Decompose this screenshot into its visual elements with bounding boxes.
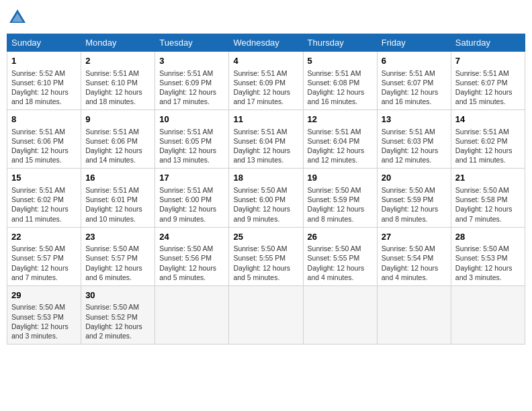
- day-info: Sunrise: 5:51 AMSunset: 6:03 PMDaylight:…: [382, 128, 439, 165]
- day-number: 6: [382, 55, 447, 67]
- calendar-week-row: 8 Sunrise: 5:51 AMSunset: 6:06 PMDayligh…: [7, 110, 525, 169]
- weekday-header: Sunday: [7, 34, 81, 52]
- calendar-cell: 24 Sunrise: 5:50 AMSunset: 5:56 PMDaylig…: [155, 227, 229, 285]
- calendar-cell: [303, 285, 377, 344]
- calendar-week-row: 22 Sunrise: 5:50 AMSunset: 5:57 PMDaylig…: [7, 227, 525, 285]
- calendar-cell: 8 Sunrise: 5:51 AMSunset: 6:06 PMDayligh…: [7, 110, 81, 169]
- day-number: 9: [85, 113, 150, 126]
- day-info: Sunrise: 5:51 AMSunset: 6:07 PMDaylight:…: [455, 69, 513, 106]
- calendar-cell: 22 Sunrise: 5:50 AMSunset: 5:57 PMDaylig…: [7, 227, 81, 285]
- calendar-cell: 29 Sunrise: 5:50 AMSunset: 5:53 PMDaylig…: [7, 285, 81, 344]
- day-info: Sunrise: 5:50 AMSunset: 5:53 PMDaylight:…: [455, 244, 513, 281]
- day-number: 18: [233, 172, 298, 184]
- weekday-header: Wednesday: [229, 34, 303, 52]
- calendar-cell: [155, 285, 229, 344]
- calendar-cell: 5 Sunrise: 5:51 AMSunset: 6:08 PMDayligh…: [303, 52, 377, 110]
- calendar-cell: 27 Sunrise: 5:50 AMSunset: 5:54 PMDaylig…: [377, 227, 451, 285]
- calendar-cell: 26 Sunrise: 5:50 AMSunset: 5:55 PMDaylig…: [303, 227, 377, 285]
- day-info: Sunrise: 5:51 AMSunset: 6:08 PMDaylight:…: [308, 69, 365, 106]
- day-info: Sunrise: 5:51 AMSunset: 6:10 PMDaylight:…: [85, 69, 142, 106]
- weekday-header: Tuesday: [155, 34, 229, 52]
- day-info: Sunrise: 5:51 AMSunset: 6:09 PMDaylight:…: [159, 69, 216, 106]
- calendar-cell: 6 Sunrise: 5:51 AMSunset: 6:07 PMDayligh…: [377, 52, 451, 110]
- day-info: Sunrise: 5:50 AMSunset: 5:56 PMDaylight:…: [159, 244, 216, 281]
- day-number: 22: [11, 231, 77, 243]
- calendar-cell: 3 Sunrise: 5:51 AMSunset: 6:09 PMDayligh…: [155, 52, 229, 110]
- day-number: 12: [308, 113, 373, 126]
- calendar-cell: 25 Sunrise: 5:50 AMSunset: 5:55 PMDaylig…: [229, 227, 303, 285]
- day-info: Sunrise: 5:51 AMSunset: 6:04 PMDaylight:…: [233, 128, 290, 165]
- page-header: [7, 7, 525, 28]
- day-info: Sunrise: 5:51 AMSunset: 6:02 PMDaylight:…: [455, 128, 513, 165]
- calendar-cell: 10 Sunrise: 5:51 AMSunset: 6:05 PMDaylig…: [155, 110, 229, 169]
- day-info: Sunrise: 5:50 AMSunset: 5:59 PMDaylight:…: [308, 186, 365, 223]
- calendar-cell: [451, 285, 525, 344]
- day-number: 2: [85, 55, 150, 67]
- calendar-cell: 4 Sunrise: 5:51 AMSunset: 6:09 PMDayligh…: [229, 52, 303, 110]
- calendar-table: SundayMondayTuesdayWednesdayThursdayFrid…: [7, 34, 525, 345]
- day-number: 14: [455, 113, 521, 126]
- day-info: Sunrise: 5:51 AMSunset: 6:01 PMDaylight:…: [85, 186, 142, 223]
- calendar-cell: 15 Sunrise: 5:51 AMSunset: 6:02 PMDaylig…: [7, 169, 81, 227]
- day-number: 3: [159, 55, 224, 67]
- day-info: Sunrise: 5:50 AMSunset: 5:58 PMDaylight:…: [455, 186, 513, 223]
- calendar-cell: 30 Sunrise: 5:50 AMSunset: 5:52 PMDaylig…: [81, 285, 155, 344]
- weekday-header: Thursday: [303, 34, 377, 52]
- day-info: Sunrise: 5:50 AMSunset: 5:55 PMDaylight:…: [308, 244, 365, 281]
- calendar-cell: [377, 285, 451, 344]
- calendar-cell: 18 Sunrise: 5:50 AMSunset: 6:00 PMDaylig…: [229, 169, 303, 227]
- calendar-cell: 23 Sunrise: 5:50 AMSunset: 5:57 PMDaylig…: [81, 227, 155, 285]
- calendar-cell: 19 Sunrise: 5:50 AMSunset: 5:59 PMDaylig…: [303, 169, 377, 227]
- day-number: 21: [455, 172, 521, 184]
- day-info: Sunrise: 5:50 AMSunset: 5:57 PMDaylight:…: [85, 244, 142, 281]
- calendar-cell: 2 Sunrise: 5:51 AMSunset: 6:10 PMDayligh…: [81, 52, 155, 110]
- calendar-cell: 14 Sunrise: 5:51 AMSunset: 6:02 PMDaylig…: [451, 110, 525, 169]
- calendar-cell: 1 Sunrise: 5:52 AMSunset: 6:10 PMDayligh…: [7, 52, 81, 110]
- day-number: 8: [11, 113, 77, 126]
- calendar-cell: 17 Sunrise: 5:51 AMSunset: 6:00 PMDaylig…: [155, 169, 229, 227]
- day-info: Sunrise: 5:50 AMSunset: 5:57 PMDaylight:…: [11, 244, 69, 281]
- day-info: Sunrise: 5:51 AMSunset: 6:09 PMDaylight:…: [233, 69, 290, 106]
- calendar-cell: [229, 285, 303, 344]
- day-info: Sunrise: 5:50 AMSunset: 5:55 PMDaylight:…: [233, 244, 290, 281]
- day-number: 19: [308, 172, 373, 184]
- weekday-header: Friday: [377, 34, 451, 52]
- day-number: 7: [455, 55, 521, 67]
- calendar-cell: 12 Sunrise: 5:51 AMSunset: 6:04 PMDaylig…: [303, 110, 377, 169]
- day-number: 4: [233, 55, 298, 67]
- day-number: 24: [159, 231, 224, 243]
- day-number: 15: [11, 172, 77, 184]
- day-number: 23: [85, 231, 150, 243]
- day-number: 16: [85, 172, 150, 184]
- day-info: Sunrise: 5:51 AMSunset: 6:06 PMDaylight:…: [11, 128, 69, 165]
- calendar-cell: 9 Sunrise: 5:51 AMSunset: 6:06 PMDayligh…: [81, 110, 155, 169]
- calendar-cell: 13 Sunrise: 5:51 AMSunset: 6:03 PMDaylig…: [377, 110, 451, 169]
- day-number: 10: [159, 113, 224, 126]
- day-info: Sunrise: 5:50 AMSunset: 5:54 PMDaylight:…: [382, 244, 439, 281]
- logo: [7, 7, 31, 28]
- day-number: 1: [11, 55, 77, 67]
- calendar-cell: 20 Sunrise: 5:50 AMSunset: 5:59 PMDaylig…: [377, 169, 451, 227]
- day-number: 26: [308, 231, 373, 243]
- day-info: Sunrise: 5:51 AMSunset: 6:02 PMDaylight:…: [11, 186, 69, 223]
- calendar-week-row: 1 Sunrise: 5:52 AMSunset: 6:10 PMDayligh…: [7, 52, 525, 110]
- day-info: Sunrise: 5:51 AMSunset: 6:00 PMDaylight:…: [159, 186, 216, 223]
- day-info: Sunrise: 5:50 AMSunset: 5:59 PMDaylight:…: [382, 186, 439, 223]
- day-info: Sunrise: 5:52 AMSunset: 6:10 PMDaylight:…: [11, 69, 69, 106]
- day-number: 29: [11, 289, 77, 302]
- day-info: Sunrise: 5:50 AMSunset: 6:00 PMDaylight:…: [233, 186, 290, 223]
- day-number: 20: [382, 172, 447, 184]
- day-info: Sunrise: 5:51 AMSunset: 6:04 PMDaylight:…: [308, 128, 365, 165]
- day-number: 27: [382, 231, 447, 243]
- day-number: 17: [159, 172, 224, 184]
- day-number: 30: [85, 289, 150, 302]
- weekday-header: Saturday: [451, 34, 525, 52]
- logo-icon: [7, 7, 28, 28]
- calendar-week-row: 15 Sunrise: 5:51 AMSunset: 6:02 PMDaylig…: [7, 169, 525, 227]
- weekday-header: Monday: [81, 34, 155, 52]
- calendar-cell: 7 Sunrise: 5:51 AMSunset: 6:07 PMDayligh…: [451, 52, 525, 110]
- day-info: Sunrise: 5:51 AMSunset: 6:07 PMDaylight:…: [382, 69, 439, 106]
- day-info: Sunrise: 5:50 AMSunset: 5:53 PMDaylight:…: [11, 303, 69, 340]
- calendar-cell: 11 Sunrise: 5:51 AMSunset: 6:04 PMDaylig…: [229, 110, 303, 169]
- day-number: 11: [233, 113, 298, 126]
